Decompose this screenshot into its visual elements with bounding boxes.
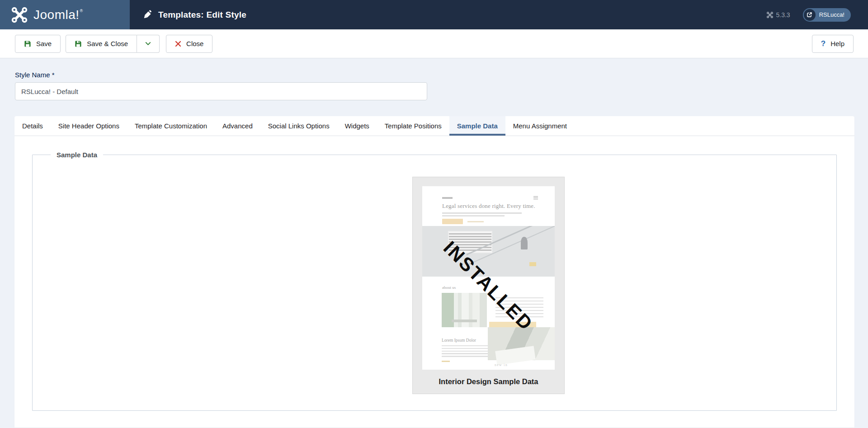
page-title-section: Templates: Edit Style xyxy=(130,0,246,29)
edit-style-tabbar: Details Site Header Options Template Cus… xyxy=(14,116,854,136)
sample-data-preview-image: Legal services done right. Every time. xyxy=(422,186,555,370)
save-and-close-button[interactable]: Save & Close xyxy=(66,35,137,53)
tab-menu-assignment[interactable]: Menu Assignment xyxy=(505,116,575,136)
joomla-home-link[interactable]: Joomla!® xyxy=(0,0,130,29)
site-badge-label: RSLucca! xyxy=(819,11,844,18)
close-button[interactable]: Close xyxy=(166,35,212,53)
help-button[interactable]: ? Help xyxy=(812,35,854,53)
sample-data-caption: Interior Design Sample Data xyxy=(422,370,555,394)
question-mark-icon: ? xyxy=(821,39,826,48)
joomla-mark-small-icon xyxy=(767,12,773,18)
save-floppy-icon xyxy=(75,40,82,47)
chevron-down-icon xyxy=(145,40,151,47)
paintbrush-icon xyxy=(143,10,152,19)
save-button[interactable]: Save xyxy=(15,35,61,53)
sample-data-card[interactable]: Legal services done right. Every time. xyxy=(412,177,565,394)
style-name-label: Style Name * xyxy=(15,71,868,79)
close-x-icon xyxy=(175,41,181,47)
sample-data-fieldset: Sample Data Legal services done right. E… xyxy=(32,151,837,411)
external-link-icon xyxy=(804,9,816,21)
joomla-version: 5.3.3 xyxy=(767,11,790,19)
installed-overlay xyxy=(422,186,555,370)
edit-style-panel: Details Site Header Options Template Cus… xyxy=(14,116,854,428)
admin-top-bar: Joomla!® Templates: Edit Style xyxy=(0,0,868,29)
sample-data-tab-panel: Sample Data Legal services done right. E… xyxy=(14,151,854,411)
tab-site-header-options[interactable]: Site Header Options xyxy=(51,116,127,136)
save-floppy-icon xyxy=(24,40,31,47)
save-options-dropdown-toggle[interactable] xyxy=(137,35,160,53)
tab-template-positions[interactable]: Template Positions xyxy=(377,116,449,136)
page-title: Templates: Edit Style xyxy=(158,10,246,20)
sample-data-legend: Sample Data xyxy=(51,151,103,159)
tab-widgets[interactable]: Widgets xyxy=(337,116,377,136)
preview-site-badge[interactable]: RSLucca! xyxy=(803,8,851,22)
tab-template-customization[interactable]: Template Customization xyxy=(127,116,215,136)
tab-sample-data[interactable]: Sample Data xyxy=(449,116,505,136)
action-toolbar: Save Save & Close xyxy=(0,29,868,58)
save-close-button-group: Save & Close xyxy=(66,35,160,53)
tab-advanced[interactable]: Advanced xyxy=(215,116,260,136)
page-body: Style Name * Details Site Header Options… xyxy=(0,71,868,428)
joomla-logo-icon xyxy=(11,7,28,23)
tab-social-links-options[interactable]: Social Links Options xyxy=(260,116,337,136)
joomla-wordmark: Joomla!® xyxy=(33,8,83,22)
style-name-input[interactable] xyxy=(15,82,427,100)
tab-details[interactable]: Details xyxy=(14,116,51,136)
topbar-right-section: 5.3.3 RSLucca! xyxy=(767,0,868,29)
